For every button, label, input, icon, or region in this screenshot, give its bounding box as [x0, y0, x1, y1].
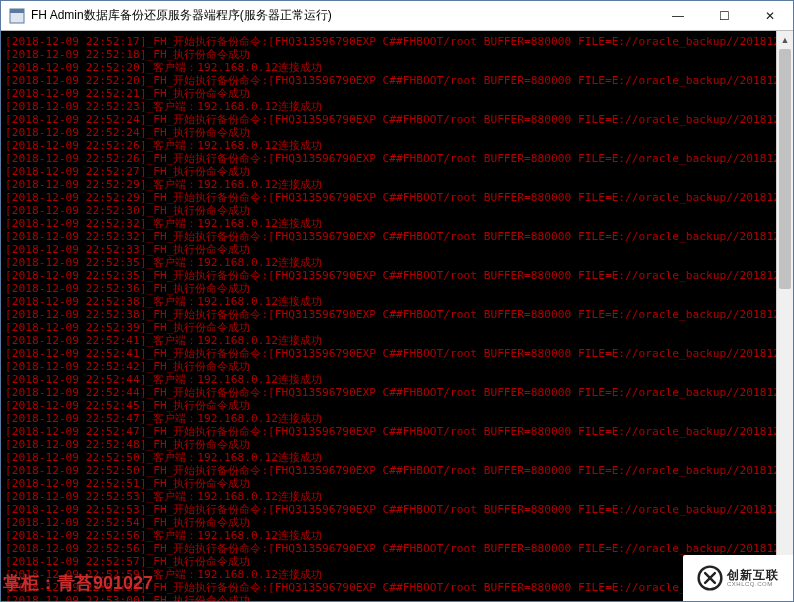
- log-line: [2018-12-09 22:52:18]_FH_执行份命令成功: [5, 48, 793, 61]
- app-icon: [9, 8, 25, 24]
- log-line: [2018-12-09 22:52:53]_客户端：192.168.0.12连接…: [5, 490, 793, 503]
- log-line: [2018-12-09 22:52:44]_客户端：192.168.0.12连接…: [5, 373, 793, 386]
- log-line: [2018-12-09 22:52:21]_FH_执行份命令成功: [5, 87, 793, 100]
- log-line: [2018-12-09 22:52:32]_客户端：192.168.0.12连接…: [5, 217, 793, 230]
- logo-text-en: CXHLCQ.COM: [727, 581, 779, 587]
- watermark-left: 掌柜：青苔901027: [3, 571, 153, 595]
- logo-icon: [697, 565, 723, 591]
- logo-text-cn: 创新互联: [727, 569, 779, 581]
- log-line: [2018-12-09 22:52:38]_FH_开始执行备份命令:[FHQ31…: [5, 308, 793, 321]
- log-line: [2018-12-09 22:52:42]_FH_执行份命令成功: [5, 360, 793, 373]
- log-line: [2018-12-09 22:52:41]_FH_开始执行备份命令:[FHQ31…: [5, 347, 793, 360]
- log-line: [2018-12-09 22:52:35]_客户端：192.168.0.12连接…: [5, 256, 793, 269]
- log-line: [2018-12-09 22:52:47]_FH_开始执行备份命令:[FHQ31…: [5, 425, 793, 438]
- log-line: [2018-12-09 22:52:48]_FH_执行份命令成功: [5, 438, 793, 451]
- log-line: [2018-12-09 22:52:17]_FH_开始执行备份命令:[FHQ31…: [5, 35, 793, 48]
- log-line: [2018-12-09 22:52:32]_FH_开始执行备份命令:[FHQ31…: [5, 230, 793, 243]
- log-line: [2018-12-09 22:52:27]_FH_执行份命令成功: [5, 165, 793, 178]
- log-line: [2018-12-09 22:52:50]_FH_开始执行备份命令:[FHQ31…: [5, 464, 793, 477]
- log-line: [2018-12-09 22:52:54]_FH_执行份命令成功: [5, 516, 793, 529]
- maximize-button[interactable]: ☐: [701, 1, 747, 31]
- log-line: [2018-12-09 22:52:45]_FH_执行份命令成功: [5, 399, 793, 412]
- log-line: [2018-12-09 22:52:36]_FH_执行份命令成功: [5, 282, 793, 295]
- log-line: [2018-12-09 22:52:20]_客户端：192.168.0.12连接…: [5, 61, 793, 74]
- close-button[interactable]: ✕: [747, 1, 793, 31]
- svg-rect-1: [10, 9, 24, 13]
- vertical-scrollbar[interactable]: ▲ ▼: [776, 31, 793, 601]
- window-title: FH Admin数据库备份还原服务器端程序(服务器正常运行): [31, 7, 332, 24]
- log-line: [2018-12-09 22:52:30]_FH_执行份命令成功: [5, 204, 793, 217]
- log-line: [2018-12-09 22:52:57]_FH_执行份命令成功: [5, 555, 793, 568]
- log-line: [2018-12-09 22:52:47]_客户端：192.168.0.12连接…: [5, 412, 793, 425]
- minimize-button[interactable]: —: [655, 1, 701, 31]
- app-window: FH Admin数据库备份还原服务器端程序(服务器正常运行) — ☐ ✕ [20…: [0, 0, 794, 602]
- scroll-thumb[interactable]: [779, 49, 791, 289]
- log-line: [2018-12-09 22:52:56]_客户端：192.168.0.12连接…: [5, 529, 793, 542]
- log-line: [2018-12-09 22:52:38]_客户端：192.168.0.12连接…: [5, 295, 793, 308]
- log-line: [2018-12-09 22:52:23]_客户端：192.168.0.12连接…: [5, 100, 793, 113]
- log-line: [2018-12-09 22:52:29]_FH_开始执行备份命令:[FHQ31…: [5, 191, 793, 204]
- log-line: [2018-12-09 22:52:51]_FH_执行份命令成功: [5, 477, 793, 490]
- log-console[interactable]: [2018-12-09 22:52:17]_FH_开始执行备份命令:[FHQ31…: [1, 31, 793, 601]
- log-line: [2018-12-09 22:52:56]_FH_开始执行备份命令:[FHQ31…: [5, 542, 793, 555]
- log-line: [2018-12-09 22:52:20]_FH_开始执行备份命令:[FHQ31…: [5, 74, 793, 87]
- log-line: [2018-12-09 22:52:33]_FH_执行份命令成功: [5, 243, 793, 256]
- log-line: [2018-12-09 22:52:50]_客户端：192.168.0.12连接…: [5, 451, 793, 464]
- watermark-right: 创新互联 CXHLCQ.COM: [683, 555, 793, 601]
- log-line: [2018-12-09 22:52:26]_FH_开始执行备份命令:[FHQ31…: [5, 152, 793, 165]
- log-line: [2018-12-09 22:52:24]_FH_开始执行备份命令:[FHQ31…: [5, 113, 793, 126]
- log-line: [2018-12-09 22:53:00]_FH_执行份命令成功: [5, 594, 793, 601]
- log-line: [2018-12-09 22:52:26]_客户端：192.168.0.12连接…: [5, 139, 793, 152]
- log-line: [2018-12-09 22:52:44]_FH_开始执行备份命令:[FHQ31…: [5, 386, 793, 399]
- log-line: [2018-12-09 22:52:41]_客户端：192.168.0.12连接…: [5, 334, 793, 347]
- titlebar[interactable]: FH Admin数据库备份还原服务器端程序(服务器正常运行) — ☐ ✕: [1, 1, 793, 31]
- log-line: [2018-12-09 22:52:35]_FH_开始执行备份命令:[FHQ31…: [5, 269, 793, 282]
- scroll-up-arrow[interactable]: ▲: [777, 31, 793, 48]
- log-line: [2018-12-09 22:52:29]_客户端：192.168.0.12连接…: [5, 178, 793, 191]
- log-line: [2018-12-09 22:52:39]_FH_执行份命令成功: [5, 321, 793, 334]
- log-line: [2018-12-09 22:52:53]_FH_开始执行备份命令:[FHQ31…: [5, 503, 793, 516]
- log-line: [2018-12-09 22:52:24]_FH_执行份命令成功: [5, 126, 793, 139]
